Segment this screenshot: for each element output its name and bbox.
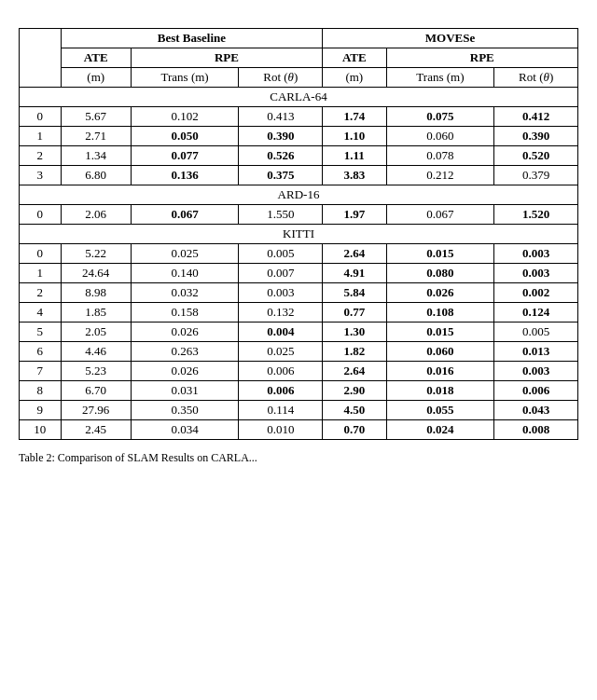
- mo-ate-unit: (m): [323, 68, 386, 88]
- bb-trans-cell: 0.026: [131, 323, 239, 342]
- mo-trans-cell: 0.018: [386, 381, 494, 401]
- mo-ate-cell: 2.90: [323, 381, 386, 401]
- bb-trans-cell: 0.032: [131, 283, 239, 303]
- run-cell: 4: [20, 303, 62, 323]
- mo-ate-cell: 2.64: [323, 362, 386, 381]
- bb-ate-unit: (m): [61, 68, 131, 88]
- mo-rot-cell: 0.013: [494, 342, 578, 362]
- bb-ate-cell: 6.80: [61, 166, 131, 185]
- mo-rot-cell: 0.003: [494, 264, 578, 283]
- table-row: 05.670.1020.4131.740.0750.412: [20, 107, 578, 127]
- mo-rot-cell: 0.412: [494, 107, 578, 127]
- mo-rot-cell: 0.003: [494, 244, 578, 264]
- bb-rot-cell: 0.132: [239, 303, 323, 323]
- bb-rot-cell: 0.526: [239, 146, 323, 166]
- mo-ate-cell: 1.30: [323, 323, 386, 342]
- bb-ate-cell: 2.06: [61, 205, 131, 225]
- bb-rot-cell: 0.004: [239, 323, 323, 342]
- run-cell: 5: [20, 323, 62, 342]
- mo-ate-cell: 0.70: [323, 420, 386, 440]
- header-row-2: ATE RPE ATE RPE: [20, 48, 578, 68]
- bb-trans-cell: 0.136: [131, 166, 239, 185]
- bb-rot-cell: 0.390: [239, 127, 323, 146]
- mo-ate-cell: 1.97: [323, 205, 386, 225]
- bb-ate-cell: 5.23: [61, 362, 131, 381]
- table-row: 02.060.0671.5501.970.0671.520: [20, 205, 578, 225]
- bb-trans-cell: 0.067: [131, 205, 239, 225]
- mo-trans-unit: Trans (m): [386, 68, 494, 88]
- table-container: Best Baseline MOVESe ATE RPE ATE RPE (m)…: [19, 28, 578, 465]
- mo-ate-cell: 4.50: [323, 401, 386, 420]
- section-header-kitti: KITTI: [20, 225, 578, 244]
- bb-trans-unit: Trans (m): [131, 68, 239, 88]
- table-row: 21.340.0770.5261.110.0780.520: [20, 146, 578, 166]
- bb-trans-cell: 0.263: [131, 342, 239, 362]
- mo-trans-cell: 0.075: [386, 107, 494, 127]
- mo-rot-cell: 0.390: [494, 127, 578, 146]
- bb-rot-cell: 0.413: [239, 107, 323, 127]
- mo-rot-cell: 0.379: [494, 166, 578, 185]
- mo-rot-cell: 0.008: [494, 420, 578, 440]
- run-cell: 1: [20, 264, 62, 283]
- table-row: 75.230.0260.0062.640.0160.003: [20, 362, 578, 381]
- mo-trans-cell: 0.015: [386, 323, 494, 342]
- mo-ate-cell: 5.84: [323, 283, 386, 303]
- run-cell: 2: [20, 146, 62, 166]
- mo-trans-cell: 0.016: [386, 362, 494, 381]
- bb-ate-cell: 5.67: [61, 107, 131, 127]
- bb-ate-cell: 2.45: [61, 420, 131, 440]
- bb-ate-cell: 27.96: [61, 401, 131, 420]
- run-cell: 6: [20, 342, 62, 362]
- table-row: 36.800.1360.3753.830.2120.379: [20, 166, 578, 185]
- bb-ate-cell: 2.05: [61, 323, 131, 342]
- bb-trans-cell: 0.158: [131, 303, 239, 323]
- section-header-ard-16: ARD-16: [20, 185, 578, 205]
- table-row: 927.960.3500.1144.500.0550.043: [20, 401, 578, 420]
- mo-trans-cell: 0.108: [386, 303, 494, 323]
- bb-ate-cell: 8.98: [61, 283, 131, 303]
- mo-ate-subheader: ATE: [323, 48, 386, 68]
- bb-trans-cell: 0.031: [131, 381, 239, 401]
- run-cell: 0: [20, 205, 62, 225]
- bb-rot-cell: 0.375: [239, 166, 323, 185]
- run-cell: 0: [20, 244, 62, 264]
- mo-ate-cell: 3.83: [323, 166, 386, 185]
- run-cell: 8: [20, 381, 62, 401]
- bb-ate-cell: 5.22: [61, 244, 131, 264]
- mo-rot-cell: 0.520: [494, 146, 578, 166]
- mo-trans-cell: 0.078: [386, 146, 494, 166]
- mo-trans-cell: 0.060: [386, 342, 494, 362]
- mo-rot-cell: 0.124: [494, 303, 578, 323]
- mo-ate-cell: 1.11: [323, 146, 386, 166]
- mo-trans-cell: 0.015: [386, 244, 494, 264]
- table-row: 41.850.1580.1320.770.1080.124: [20, 303, 578, 323]
- mo-trans-cell: 0.060: [386, 127, 494, 146]
- bb-trans-cell: 0.077: [131, 146, 239, 166]
- section-label: CARLA-64: [20, 88, 578, 107]
- bb-rot-cell: 1.550: [239, 205, 323, 225]
- section-label: KITTI: [20, 225, 578, 244]
- bb-trans-cell: 0.350: [131, 401, 239, 420]
- section-header-carla-64: CARLA-64: [20, 88, 578, 107]
- mo-rot-cell: 1.520: [494, 205, 578, 225]
- table-row: 12.710.0500.3901.100.0600.390: [20, 127, 578, 146]
- table-row: 05.220.0250.0052.640.0150.003: [20, 244, 578, 264]
- table-row: 86.700.0310.0062.900.0180.006: [20, 381, 578, 401]
- bb-rot-cell: 0.007: [239, 264, 323, 283]
- bb-rot-cell: 0.025: [239, 342, 323, 362]
- bb-rot-cell: 0.114: [239, 401, 323, 420]
- table-row: 124.640.1400.0074.910.0800.003: [20, 264, 578, 283]
- bb-rot-cell: 0.006: [239, 381, 323, 401]
- table-body: CARLA-6405.670.1020.4131.740.0750.41212.…: [20, 88, 578, 440]
- run-cell: 9: [20, 401, 62, 420]
- mo-rot-cell: 0.006: [494, 381, 578, 401]
- mo-rot-cell: 0.003: [494, 362, 578, 381]
- bb-trans-cell: 0.050: [131, 127, 239, 146]
- mo-ate-cell: 0.77: [323, 303, 386, 323]
- table-row: 64.460.2630.0251.820.0600.013: [20, 342, 578, 362]
- mo-ate-cell: 1.10: [323, 127, 386, 146]
- mo-trans-cell: 0.212: [386, 166, 494, 185]
- bb-trans-cell: 0.026: [131, 362, 239, 381]
- section-label: ARD-16: [20, 185, 578, 205]
- results-table: Best Baseline MOVESe ATE RPE ATE RPE (m)…: [19, 28, 578, 440]
